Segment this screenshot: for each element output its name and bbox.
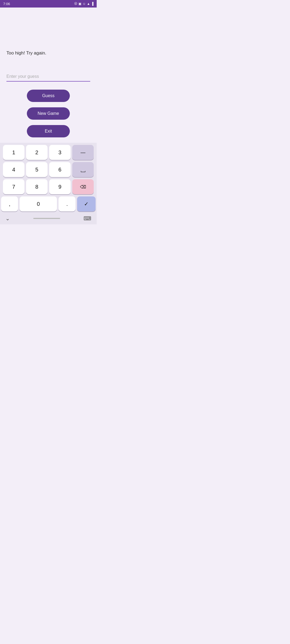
main-content: Too high! Try again. Guess New Game Exit: [0, 8, 97, 143]
key-9[interactable]: 9: [49, 179, 71, 194]
guess-input[interactable]: [6, 72, 90, 82]
sim-icon: ▣: [78, 2, 81, 6]
key-dash[interactable]: —: [72, 145, 94, 160]
keyboard-language-icon[interactable]: ⌨: [84, 215, 91, 222]
signal-icon: ▐: [91, 2, 93, 6]
key-enter[interactable]: ✓: [77, 196, 96, 211]
key-1[interactable]: 1: [3, 145, 24, 160]
exit-button[interactable]: Exit: [27, 125, 70, 137]
home-indicator: [33, 218, 60, 219]
key-comma[interactable]: ,: [1, 196, 18, 211]
key-backspace[interactable]: ⌫: [72, 179, 94, 194]
numeric-keyboard: 1 2 3 — 4 5 6 ⎵ 7 8 9 ⌫ , 0 . ✓ ⌄ ⌨: [0, 143, 97, 224]
status-icons: ⦿ ▣ ☺ ▲ ▐: [74, 2, 93, 6]
nfc-icon: ⦿: [74, 2, 77, 6]
keyboard-row-2: 4 5 6 ⎵: [1, 162, 96, 177]
key-5[interactable]: 5: [26, 162, 48, 177]
new-game-button[interactable]: New Game: [27, 107, 70, 120]
keyboard-row-3: 7 8 9 ⌫: [1, 179, 96, 194]
key-6[interactable]: 6: [49, 162, 71, 177]
keyboard-row-4: , 0 . ✓: [1, 196, 96, 211]
emoji-icon: ☺: [82, 2, 86, 6]
key-space[interactable]: ⎵: [72, 162, 94, 177]
key-3[interactable]: 3: [49, 145, 71, 160]
wifi-icon: ▲: [87, 2, 90, 6]
guess-button[interactable]: Guess: [27, 90, 70, 102]
key-0[interactable]: 0: [20, 196, 57, 211]
feedback-message: Too high! Try again.: [6, 50, 90, 56]
keyboard-collapse-icon[interactable]: ⌄: [5, 215, 10, 222]
status-bar: 7:06 ⦿ ▣ ☺ ▲ ▐: [0, 0, 97, 8]
key-4[interactable]: 4: [3, 162, 24, 177]
keyboard-bottom-bar: ⌄ ⌨: [1, 214, 96, 223]
status-time: 7:06: [3, 2, 10, 6]
keyboard-row-1: 1 2 3 —: [1, 145, 96, 160]
key-7[interactable]: 7: [3, 179, 24, 194]
key-dot[interactable]: .: [59, 196, 75, 211]
key-2[interactable]: 2: [26, 145, 48, 160]
key-8[interactable]: 8: [26, 179, 48, 194]
